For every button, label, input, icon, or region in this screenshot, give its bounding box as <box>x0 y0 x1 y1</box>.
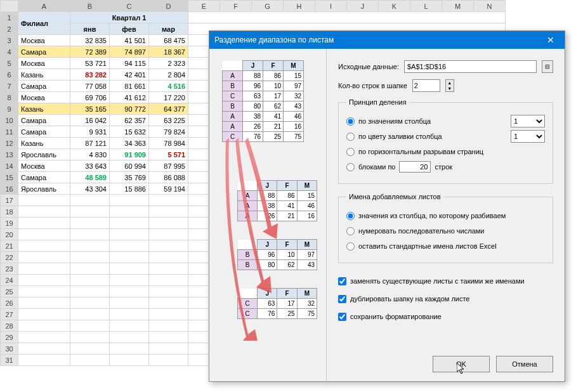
radio-by-color[interactable] <box>346 133 355 141</box>
cell[interactable]: Самара <box>18 46 70 58</box>
cell[interactable]: 53 721 <box>70 58 110 69</box>
row-header-22[interactable]: 22 <box>1 252 18 263</box>
cell[interactable] <box>110 252 149 263</box>
cell[interactable] <box>110 275 149 286</box>
cell[interactable]: 64 377 <box>149 103 188 115</box>
cell-D2[interactable]: мар <box>149 23 188 35</box>
cell[interactable] <box>149 240 188 252</box>
cell[interactable] <box>18 286 70 297</box>
cell[interactable]: 4 830 <box>70 149 110 160</box>
cell[interactable] <box>149 320 188 332</box>
row-header-19[interactable]: 19 <box>1 218 18 229</box>
row-header-13[interactable]: 13 <box>1 149 18 160</box>
cell[interactable] <box>18 320 70 332</box>
cell[interactable]: Казань <box>18 103 70 115</box>
cell[interactable]: 35 165 <box>70 103 110 115</box>
cell[interactable] <box>110 320 149 332</box>
cell[interactable] <box>149 195 188 206</box>
row-header-24[interactable]: 24 <box>1 275 18 286</box>
cell[interactable] <box>70 195 110 206</box>
cell[interactable]: 42 401 <box>110 69 149 81</box>
cell[interactable] <box>70 263 110 275</box>
cell[interactable] <box>70 286 110 297</box>
cell[interactable]: 16 042 <box>70 115 110 126</box>
cell[interactable]: Москва <box>18 92 70 103</box>
row-header-18[interactable]: 18 <box>1 206 18 218</box>
cell[interactable] <box>70 332 110 343</box>
cell[interactable] <box>149 263 188 275</box>
row-header-15[interactable]: 15 <box>1 172 18 183</box>
cell[interactable] <box>18 297 70 309</box>
radio-by-gaps[interactable] <box>346 148 355 156</box>
cell[interactable] <box>70 218 110 229</box>
row-header-28[interactable]: 28 <box>1 320 18 332</box>
cell[interactable]: 79 824 <box>149 126 188 138</box>
cell[interactable]: 2 323 <box>149 58 188 69</box>
row-header-2[interactable]: 2 <box>1 23 18 35</box>
col-header-L[interactable]: L <box>410 1 442 12</box>
cell-C2[interactable]: фев <box>110 23 149 35</box>
cell[interactable]: 68 475 <box>149 35 188 46</box>
cell[interactable]: 4 516 <box>149 81 188 92</box>
cell[interactable] <box>70 343 110 355</box>
row-header-6[interactable]: 6 <box>1 69 18 81</box>
radio-by-blocks[interactable] <box>346 163 355 171</box>
cell[interactable]: Москва <box>18 160 70 172</box>
cell[interactable]: Москва <box>18 58 70 69</box>
cell[interactable] <box>70 297 110 309</box>
cell[interactable] <box>18 206 70 218</box>
cell[interactable] <box>149 286 188 297</box>
col-header-K[interactable]: K <box>379 1 410 12</box>
col-header-F[interactable]: F <box>220 1 252 12</box>
cell[interactable]: 86 088 <box>149 172 188 183</box>
radio-names-numbered[interactable] <box>346 227 355 235</box>
cell[interactable]: Самара <box>18 81 70 92</box>
cell[interactable] <box>70 206 110 218</box>
row-header-7[interactable]: 7 <box>1 81 18 92</box>
col-header-G[interactable]: G <box>252 1 284 12</box>
cell[interactable] <box>18 332 70 343</box>
cell[interactable] <box>110 286 149 297</box>
row-header-31[interactable]: 31 <box>1 355 18 366</box>
row-header-20[interactable]: 20 <box>1 229 18 240</box>
col-header-H[interactable]: H <box>284 1 315 12</box>
cell[interactable] <box>149 229 188 240</box>
cell[interactable]: Самара <box>18 126 70 138</box>
cell[interactable]: 94 115 <box>110 58 149 69</box>
cell[interactable]: 9 931 <box>70 126 110 138</box>
cell[interactable]: 43 304 <box>70 183 110 195</box>
column-select-2[interactable]: 1 <box>511 130 545 143</box>
cell[interactable]: Казань <box>18 69 70 81</box>
cell[interactable]: 83 282 <box>70 69 110 81</box>
cell[interactable]: 41 501 <box>110 35 149 46</box>
chk-duplicate-header[interactable] <box>338 295 346 303</box>
cell[interactable] <box>110 263 149 275</box>
row-header-26[interactable]: 26 <box>1 297 18 309</box>
cell[interactable] <box>110 343 149 355</box>
row-header-5[interactable]: 5 <box>1 58 18 69</box>
cell[interactable] <box>149 252 188 263</box>
cell[interactable] <box>70 320 110 332</box>
chk-keep-format[interactable] <box>338 313 346 321</box>
row-header-8[interactable]: 8 <box>1 92 18 103</box>
cell[interactable]: Самара <box>18 115 70 126</box>
cell[interactable]: 17 220 <box>149 92 188 103</box>
cell[interactable]: 72 389 <box>70 46 110 58</box>
row-header-12[interactable]: 12 <box>1 138 18 149</box>
cell[interactable] <box>70 309 110 320</box>
select-all-corner[interactable] <box>1 1 18 12</box>
row-header-3[interactable]: 3 <box>1 35 18 46</box>
cell[interactable] <box>110 309 149 320</box>
cell[interactable]: 5 571 <box>149 149 188 160</box>
cell[interactable] <box>149 343 188 355</box>
cell[interactable]: 15 886 <box>110 183 149 195</box>
cell[interactable] <box>70 229 110 240</box>
cell[interactable] <box>18 309 70 320</box>
col-header-E[interactable]: E <box>188 1 220 12</box>
row-header-11[interactable]: 11 <box>1 126 18 138</box>
ok-button[interactable]: OK <box>433 356 490 372</box>
cell[interactable] <box>70 355 110 366</box>
chk-replace[interactable] <box>338 277 346 285</box>
row-header-9[interactable]: 9 <box>1 103 18 115</box>
cell[interactable] <box>110 355 149 366</box>
